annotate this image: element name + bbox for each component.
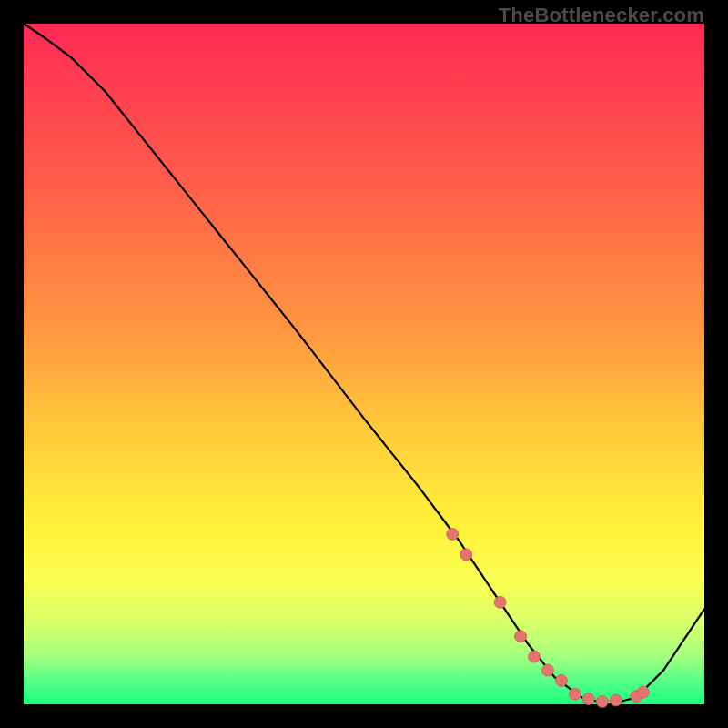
- bottleneck-curve: [24, 24, 704, 704]
- highlight-marker: [447, 529, 459, 541]
- highlight-marker: [582, 693, 594, 705]
- highlight-marker: [542, 664, 554, 676]
- chart-overlay: [24, 24, 704, 704]
- highlight-marker: [529, 651, 541, 662]
- highlight-marker: [460, 549, 472, 561]
- highlight-marker: [596, 696, 608, 708]
- highlight-marker: [555, 674, 567, 686]
- highlight-marker: [494, 596, 506, 608]
- highlight-marker: [610, 694, 622, 706]
- chart-frame: TheBottlenecker.com: [0, 0, 728, 728]
- highlight-marker: [515, 631, 527, 642]
- highlight-marker: [637, 686, 649, 698]
- highlight-marker: [569, 688, 581, 700]
